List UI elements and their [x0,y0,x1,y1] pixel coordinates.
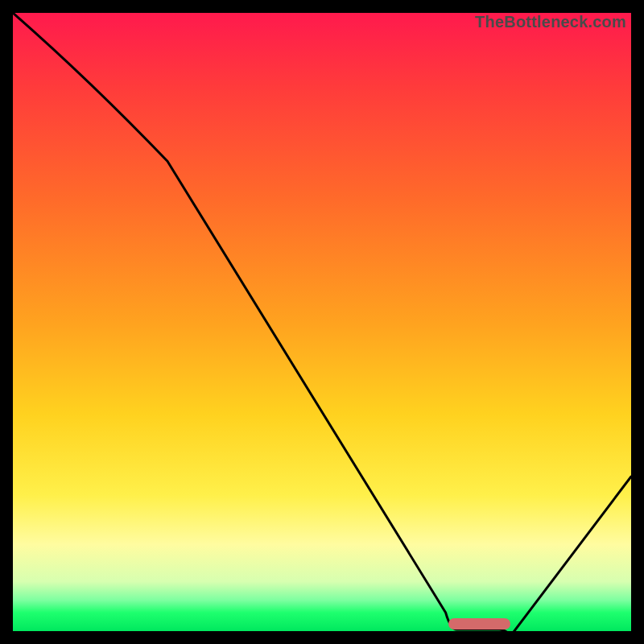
chart-frame: TheBottleneck.com [0,0,644,644]
bottleneck-curve [13,13,631,631]
plot-area: TheBottleneck.com [13,13,631,631]
optimal-range-marker [448,618,510,630]
